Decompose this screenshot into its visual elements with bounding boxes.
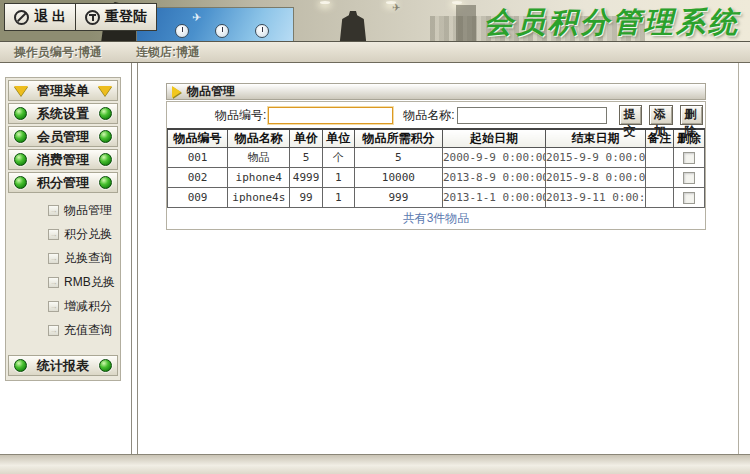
table-cell (645, 148, 673, 168)
table-cell: iphone4 (228, 168, 290, 188)
store-name-label: 连锁店:博通 (136, 44, 200, 61)
table-cell-delete (673, 188, 704, 208)
sidebar-item-system-settings[interactable]: 系统设置 (8, 103, 118, 124)
sidebar-subitem-rmb-exchange[interactable]: RMB兑换 (8, 274, 118, 291)
column-header: 单价 (290, 129, 322, 148)
delete-row-checkbox[interactable] (683, 192, 695, 204)
table-cell (645, 188, 673, 208)
column-header: 物品所需积分 (354, 129, 442, 148)
boxed-arrow-icon (48, 325, 59, 336)
sidebar-item-label: 积分管理 (27, 174, 99, 192)
add-button[interactable]: 添 加 (649, 105, 672, 125)
sidebar-subitem-label: 充值查询 (64, 322, 112, 339)
table-cell: 2013-8-9 0:00:00 (442, 168, 545, 188)
table-cell-delete (673, 148, 704, 168)
green-orb-icon (99, 107, 112, 120)
menu-title-row: 管理菜单 (8, 80, 118, 101)
green-orb-icon (14, 359, 27, 372)
cityscape-art (456, 5, 476, 41)
sidebar-subitem-recharge-query[interactable]: 充值查询 (8, 322, 118, 339)
exit-button[interactable]: 退 出 (4, 3, 76, 31)
table-cell: 物品 (228, 148, 290, 168)
panel-header: 物品管理 (166, 83, 706, 100)
no-entry-icon (14, 10, 29, 25)
menu-title-label: 管理菜单 (28, 82, 98, 100)
table-cell (645, 168, 673, 188)
sidebar-item-statistics-reports[interactable]: 统计报表 (8, 355, 118, 376)
airplane-icon (392, 2, 400, 13)
item-no-label: 物品编号: (215, 107, 266, 124)
sidebar: 管理菜单 系统设置 会员管理 消费管理 积分管理 物品管理 积分兑换 兑换查询 … (0, 63, 131, 454)
table-cell: 2015-9-8 0:00:00 (546, 168, 646, 188)
table-cell: iphone4s (228, 188, 290, 208)
relogin-button[interactable]: 重登陆 (76, 3, 157, 31)
table-cell: 2015-9-9 0:00:00 (546, 148, 646, 168)
green-orb-icon (99, 359, 112, 372)
airplane-icon (192, 11, 201, 24)
delete-button[interactable]: 删 除 (680, 105, 703, 125)
table-cell: 002 (168, 168, 228, 188)
ceiling-light (452, 1, 462, 4)
boxed-arrow-icon (48, 205, 59, 216)
app-window: 退 出 重登陆 会员积分管理系统 操作员编号:博通 连锁店:博通 (0, 0, 750, 474)
column-header: 备注 (645, 129, 673, 148)
sidebar-subitem-label: 物品管理 (64, 202, 112, 219)
green-orb-icon (14, 153, 27, 166)
table-row: 001物品5个52000-9-9 0:00:002015-9-9 0:00:00 (168, 148, 705, 168)
sidebar-subitem-label: RMB兑换 (64, 274, 115, 291)
content-area: 管理菜单 系统设置 会员管理 消费管理 积分管理 物品管理 积分兑换 兑换查询 … (0, 63, 750, 454)
sidebar-main-items: 系统设置 会员管理 消费管理 积分管理 (8, 103, 118, 193)
triangle-down-icon (98, 86, 112, 96)
table-cell: 2013-9-11 0:00:00 (546, 188, 646, 208)
green-orb-icon (14, 176, 27, 189)
sidebar-subitem-points-exchange[interactable]: 积分兑换 (8, 226, 118, 243)
status-bar: 操作员编号:博通 连锁店:博通 (0, 42, 750, 63)
table-cell: 1 (322, 168, 354, 188)
sidebar-subitem-exchange-query[interactable]: 兑换查询 (8, 250, 118, 267)
boxed-arrow-icon (48, 301, 59, 312)
app-header: 退 出 重登陆 会员积分管理系统 (0, 0, 750, 42)
search-form: 物品编号: 物品名称: 提 交 添 加 删 除 (167, 102, 705, 128)
delete-row-checkbox[interactable] (683, 172, 695, 184)
table-cell: 4999 (290, 168, 322, 188)
column-header: 删除 (673, 129, 704, 148)
exit-button-label: 退 出 (34, 8, 66, 26)
vertical-divider (131, 63, 138, 454)
boxed-arrow-icon (48, 229, 59, 240)
clock-icon (255, 24, 269, 38)
table-cell-delete (673, 168, 704, 188)
column-header: 物品名称 (228, 129, 290, 148)
table-cell: 001 (168, 148, 228, 168)
sidebar-item-label: 统计报表 (27, 357, 99, 375)
relogin-button-label: 重登陆 (105, 8, 147, 26)
sidebar-subitem-adjust-points[interactable]: 增减积分 (8, 298, 118, 315)
item-name-input[interactable] (457, 107, 607, 124)
item-management-panel: 物品管理 物品编号: 物品名称: 提 交 添 加 删 除 物品编号物品名称单 (166, 83, 706, 230)
app-title: 会员积分管理系统 (484, 3, 740, 42)
table-cell: 009 (168, 188, 228, 208)
header-toolbar: 退 出 重登陆 (4, 3, 157, 31)
bottom-status-bar (0, 454, 750, 474)
sidebar-item-points-management[interactable]: 积分管理 (8, 172, 118, 193)
sidebar-submenu: 物品管理 积分兑换 兑换查询 RMB兑换 增减积分 充值查询 (8, 195, 118, 355)
submit-button[interactable]: 提 交 (619, 105, 642, 125)
green-orb-icon (14, 130, 27, 143)
item-no-input[interactable] (268, 107, 393, 124)
triangle-down-icon (14, 86, 28, 96)
sidebar-menu: 管理菜单 系统设置 会员管理 消费管理 积分管理 物品管理 积分兑换 兑换查询 … (5, 77, 121, 381)
sidebar-subitem-item-management[interactable]: 物品管理 (8, 202, 118, 219)
sidebar-item-member-management[interactable]: 会员管理 (8, 126, 118, 147)
boxed-arrow-icon (48, 277, 59, 288)
table-cell: 1 (322, 188, 354, 208)
table-cell: 99 (290, 188, 322, 208)
clock-icon (215, 24, 229, 38)
table-row: 009iphone4s9919992013-1-1 0:00:002013-9-… (168, 188, 705, 208)
sidebar-item-label: 系统设置 (27, 105, 99, 123)
table-cell: 10000 (354, 168, 442, 188)
sidebar-item-consumption-management[interactable]: 消费管理 (8, 149, 118, 170)
green-orb-icon (99, 153, 112, 166)
sidebar-subitem-label: 积分兑换 (64, 226, 112, 243)
column-header: 起始日期 (442, 129, 545, 148)
delete-row-checkbox[interactable] (683, 152, 695, 164)
column-header: 单位 (322, 129, 354, 148)
